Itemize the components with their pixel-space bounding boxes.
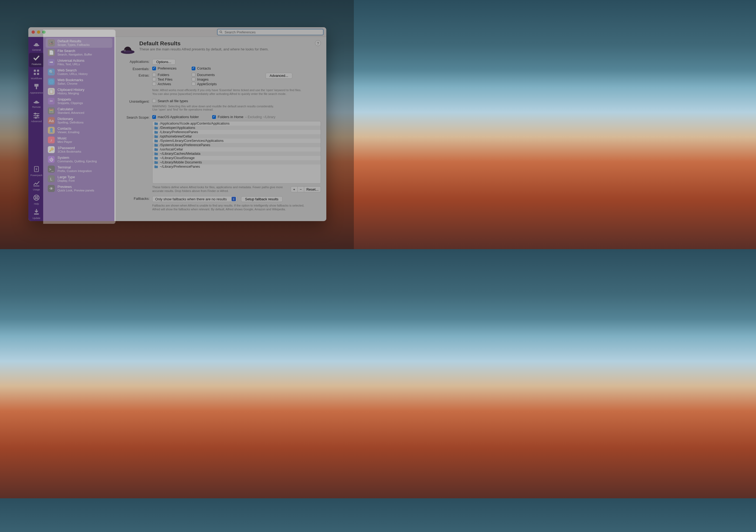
- advanced-button[interactable]: Advanced...: [266, 73, 292, 79]
- essentials-checkbox-contacts[interactable]: Contacts: [192, 66, 224, 70]
- scope-path-item[interactable]: ~/Library/CloudStorage: [152, 156, 321, 160]
- extras-note: Note: Alfred works most efficiently if y…: [152, 88, 321, 96]
- chart-icon: [33, 180, 40, 188]
- folder-icon: [154, 143, 158, 147]
- scope-home-checkbox[interactable]: Folders in Home – Excluding ~/Library: [212, 115, 275, 119]
- category-help[interactable]: Help: [29, 192, 44, 207]
- feature-icon: 🧮: [48, 107, 55, 114]
- scope-path-item[interactable]: ~/Library/PreferencePanes: [152, 165, 321, 169]
- feature-file-search[interactable]: 📄 File SearchSearch, Navigation, Buffer: [46, 48, 112, 58]
- folder-icon: [154, 161, 158, 164]
- feature-terminal[interactable]: >_ TerminalPrefix, Custom Integration: [46, 164, 112, 174]
- help-icon: [33, 194, 40, 202]
- feature-icon: 🎩: [48, 39, 55, 46]
- category-usage[interactable]: Usage: [29, 178, 44, 192]
- feature-system[interactable]: ⏻ SystemCommands, Quitting, Ejecting: [46, 155, 112, 164]
- folder-icon: [154, 148, 158, 151]
- svg-line-22: [35, 198, 36, 199]
- svg-rect-7: [34, 84, 38, 87]
- minimize-button[interactable]: [37, 31, 40, 34]
- scope-reset-button[interactable]: Reset...: [304, 186, 321, 192]
- extras-checkbox-applescripts[interactable]: AppleScripts: [192, 82, 224, 86]
- feature-calculator[interactable]: 🧮 CalculatorStandard, Advanced: [46, 106, 112, 116]
- extras-checkbox-text-files[interactable]: Text Files: [152, 77, 185, 82]
- svg-rect-24: [34, 213, 39, 215]
- page-subtitle: These are the main results Alfred presen…: [139, 47, 269, 51]
- category-appearance[interactable]: Appearance: [29, 82, 44, 96]
- folder-icon: [154, 156, 158, 160]
- feature-web-search[interactable]: 🔍 Web SearchCustom, URLs, History: [46, 67, 112, 77]
- feature-1password[interactable]: 🔑 1Password1Click Bookmarks: [46, 145, 112, 155]
- scope-path-item[interactable]: ~/Library/Mobile Documents: [152, 160, 321, 165]
- svg-rect-6: [37, 73, 39, 75]
- search-all-checkbox[interactable]: Search all file types: [152, 99, 188, 103]
- applications-label: Applications:: [120, 59, 152, 63]
- scope-apps-checkbox[interactable]: macOS Applications folder: [152, 115, 199, 119]
- folder-icon: [154, 152, 158, 156]
- category-workflows[interactable]: Workflows: [29, 67, 44, 82]
- unintelligent-warning: WARNING: Selecting this will slow down a…: [152, 105, 321, 111]
- svg-point-14: [37, 115, 38, 116]
- setup-fallbacks-button[interactable]: Setup fallback results: [241, 196, 283, 202]
- feature-universal-actions[interactable]: ⮕ Universal ActionsFiles, Text, URLs: [46, 58, 112, 67]
- feature-web-bookmarks[interactable]: 🌐 Web BookmarksSafari, Chrome: [46, 77, 112, 87]
- folder-icon: [154, 122, 158, 125]
- extras-checkbox-archives[interactable]: Archives: [152, 82, 185, 86]
- fallbacks-select[interactable]: Only show fallbacks when there are no re…: [152, 196, 237, 202]
- feature-icon: 📋: [48, 88, 55, 95]
- search-input[interactable]: [217, 29, 324, 35]
- scope-add-button[interactable]: +: [291, 186, 298, 192]
- folder-icon: [154, 165, 158, 168]
- feature-snippets[interactable]: ✂ SnippetsSnippets, Clippings: [46, 96, 112, 106]
- scope-path-item[interactable]: /Applications/Xcode.app/Contents/Applica…: [152, 121, 321, 126]
- feature-icon: L: [48, 175, 55, 182]
- category-remote[interactable]: Remote: [29, 96, 44, 110]
- scope-path-item[interactable]: ~/Library/Caches/Metadata: [152, 152, 321, 156]
- remote-icon: [33, 97, 40, 105]
- category-features[interactable]: Features: [29, 53, 44, 67]
- feature-icon: ✂: [48, 98, 55, 105]
- feature-music[interactable]: ♪ MusicMini Player: [46, 135, 112, 145]
- options-button[interactable]: Options...: [152, 59, 176, 65]
- feature-icon: 🔍: [48, 68, 55, 75]
- zoom-button[interactable]: [42, 31, 46, 34]
- chevron-updown-icon: ▴▾: [231, 197, 236, 201]
- category-advanced[interactable]: Advanced: [29, 110, 44, 124]
- feature-contacts[interactable]: 👤 ContactsViewer, Emailing: [46, 125, 112, 135]
- category-general[interactable]: General: [29, 38, 44, 53]
- scope-list[interactable]: /Applications/Xcode.app/Contents/Applica…: [152, 121, 321, 184]
- extras-checkbox-folders[interactable]: Folders: [152, 73, 185, 77]
- scope-path-item[interactable]: /Library/PreferencePanes: [152, 130, 321, 134]
- grid-icon: [33, 69, 40, 76]
- scope-path-item[interactable]: /opt/homebrew/Cellar: [152, 134, 321, 139]
- extras-checkbox-images[interactable]: Images: [192, 77, 224, 82]
- bowler-hat-icon: [120, 40, 135, 56]
- feature-default-results[interactable]: 🎩 Default ResultsScope, Types, Fallbacks: [46, 38, 112, 48]
- scope-path-item[interactable]: /usr/local/Cellar: [152, 147, 321, 152]
- feature-previews[interactable]: 👁 PreviewsQuick Look, Preview panels: [46, 184, 112, 193]
- feature-clipboard-history[interactable]: 📋 Clipboard HistoryHistory, Merging: [46, 87, 112, 96]
- fallbacks-note: Fallbacks are shown when Alfred is unabl…: [152, 204, 309, 211]
- extras-checkbox-documents[interactable]: Documents: [192, 73, 224, 77]
- scope-path-item[interactable]: /System/Library/CoreServices/Application…: [152, 139, 321, 143]
- scope-path-item[interactable]: /System/Library/PreferencePanes: [152, 143, 321, 147]
- close-button[interactable]: [32, 31, 35, 34]
- features-list: 🎩 Default ResultsScope, Types, Fallbacks…: [44, 37, 115, 221]
- svg-point-27: [124, 49, 126, 51]
- category-powerpack[interactable]: Powerpack: [29, 164, 44, 178]
- page-header: Default Results These are the main resul…: [120, 40, 321, 56]
- category-update[interactable]: Update: [29, 207, 44, 221]
- feature-dictionary[interactable]: Aa DictionarySpelling, Definitions: [46, 116, 112, 125]
- svg-line-21: [37, 196, 38, 197]
- scope-path-item[interactable]: /Developer/Applications: [152, 126, 321, 130]
- help-button[interactable]: ?: [315, 40, 321, 46]
- extras-label: Extras:: [120, 73, 152, 77]
- scope-remove-button[interactable]: −: [298, 186, 305, 192]
- svg-rect-5: [34, 73, 36, 75]
- folder-icon: [154, 131, 158, 134]
- feature-large-type[interactable]: L Large TypeDisplay, Font: [46, 174, 112, 184]
- svg-point-0: [220, 31, 222, 33]
- window-controls: [32, 31, 46, 34]
- essentials-checkbox-preferences[interactable]: Preferences: [152, 66, 185, 70]
- folder-icon: [154, 126, 158, 130]
